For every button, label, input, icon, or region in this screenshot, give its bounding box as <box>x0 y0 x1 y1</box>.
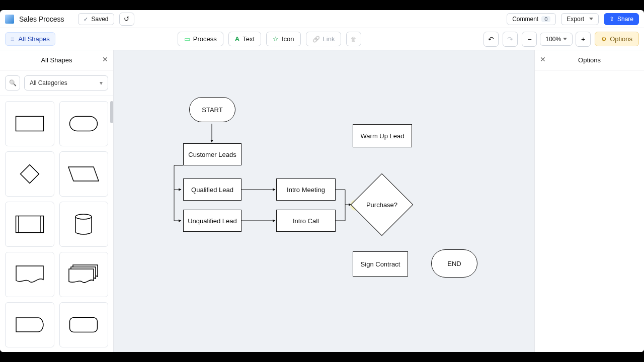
node-sign[interactable]: Sign Contract <box>353 251 408 277</box>
node-label: Customer Leads <box>188 151 236 158</box>
options-panel: ✕ Options <box>534 50 644 352</box>
share-button[interactable]: Share <box>604 13 639 25</box>
saved-label: Saved <box>91 16 108 23</box>
trash-icon <box>351 35 357 43</box>
settings-icon <box>601 35 607 43</box>
options-toggle[interactable]: Options <box>595 32 639 46</box>
shape-data[interactable] <box>59 151 109 197</box>
text-icon <box>235 35 239 43</box>
shape-card[interactable] <box>5 302 54 347</box>
tool-icon-label: Icon <box>282 35 294 43</box>
node-meeting[interactable]: Intro Meeting <box>276 178 336 201</box>
node-label: START <box>202 106 222 114</box>
shape-rounded[interactable] <box>59 302 109 347</box>
shape-process[interactable] <box>5 101 54 146</box>
tool-process-label: Process <box>193 35 217 43</box>
all-shapes-toggle[interactable]: All Shapes <box>5 32 55 46</box>
node-purchase[interactable]: Purchase? <box>352 174 412 235</box>
export-button[interactable]: Export <box>561 13 599 25</box>
tool-icon[interactable]: Icon <box>266 32 301 46</box>
node-leads[interactable]: Customer Leads <box>183 143 242 165</box>
comment-label: Comment <box>512 16 538 23</box>
document-title[interactable]: Sales Process <box>19 15 64 23</box>
node-warmup[interactable]: Warm Up Lead <box>353 124 412 147</box>
options-panel-title: Options <box>578 56 601 64</box>
share-label: Share <box>617 16 633 23</box>
node-end[interactable]: END <box>431 249 477 278</box>
options-toggle-label: Options <box>610 35 632 43</box>
shape-database[interactable] <box>59 202 109 247</box>
tool-process[interactable]: Process <box>178 32 223 46</box>
process-icon <box>184 35 190 43</box>
history-button[interactable]: ↺ <box>119 13 134 26</box>
shapes-panel-close[interactable]: ✕ <box>102 55 108 63</box>
tool-text-label: Text <box>243 35 255 43</box>
tool-text[interactable]: Text <box>228 32 261 46</box>
scrollbar-thumb[interactable] <box>110 101 113 123</box>
zoom-out-button[interactable]: − <box>522 32 537 47</box>
shapes-search-button[interactable] <box>5 75 20 90</box>
tool-link-label: Link <box>323 35 335 43</box>
category-label: All Categories <box>30 79 67 86</box>
shape-document[interactable] <box>5 252 54 297</box>
svg-rect-2 <box>20 165 39 184</box>
zoom-select[interactable]: 100% <box>540 33 573 46</box>
all-shapes-label: All Shapes <box>19 35 50 43</box>
canvas[interactable]: START Customer Leads Qualified Lead Unqu… <box>114 50 534 352</box>
node-qualified[interactable]: Qualified Lead <box>183 178 242 201</box>
node-unqualified[interactable]: Unqualified Lead <box>183 210 242 232</box>
share-icon <box>609 16 614 23</box>
hamburger-icon <box>11 35 15 43</box>
svg-rect-1 <box>70 117 98 131</box>
svg-point-7 <box>75 214 92 219</box>
shape-predefined[interactable] <box>5 202 54 247</box>
shape-multidocument[interactable] <box>59 252 109 297</box>
link-icon <box>312 35 320 43</box>
shape-terminator[interactable] <box>59 101 109 146</box>
svg-rect-4 <box>16 216 43 233</box>
chevron-down-icon <box>100 79 103 86</box>
undo-button[interactable]: ↶ <box>484 32 499 47</box>
svg-rect-8 <box>70 318 98 332</box>
node-label: Intro Call <box>293 217 319 225</box>
node-label: Qualified Lead <box>191 186 233 194</box>
app-logo <box>5 15 14 24</box>
shapes-panel: All Shapes ✕ All Categories <box>0 50 114 352</box>
tool-delete <box>346 32 361 46</box>
comment-button[interactable]: Comment 0 <box>507 13 556 25</box>
node-label: Purchase? <box>366 201 397 209</box>
redo-button: ↷ <box>503 32 518 47</box>
shape-decision[interactable] <box>5 151 54 197</box>
shape-grid <box>0 96 113 352</box>
node-call[interactable]: Intro Call <box>276 210 336 232</box>
node-label: Warm Up Lead <box>361 132 405 140</box>
tool-link: Link <box>306 32 342 46</box>
options-panel-close[interactable]: ✕ <box>540 55 546 63</box>
export-label: Export <box>567 16 584 23</box>
node-label: END <box>447 260 461 267</box>
zoom-in-button[interactable]: + <box>576 32 591 47</box>
check-icon <box>84 16 88 23</box>
shapes-panel-title: All Shapes <box>41 56 72 64</box>
node-label: Sign Contract <box>361 260 400 268</box>
svg-marker-3 <box>68 167 99 181</box>
zoom-value: 100% <box>545 36 561 43</box>
comment-count: 0 <box>541 16 550 22</box>
node-start[interactable]: START <box>189 97 235 122</box>
svg-rect-0 <box>16 117 43 131</box>
category-select[interactable]: All Categories <box>24 75 108 90</box>
saved-status: Saved <box>78 13 114 25</box>
star-icon <box>273 35 279 43</box>
node-label: Intro Meeting <box>287 186 325 194</box>
node-label: Unqualified Lead <box>188 217 237 225</box>
